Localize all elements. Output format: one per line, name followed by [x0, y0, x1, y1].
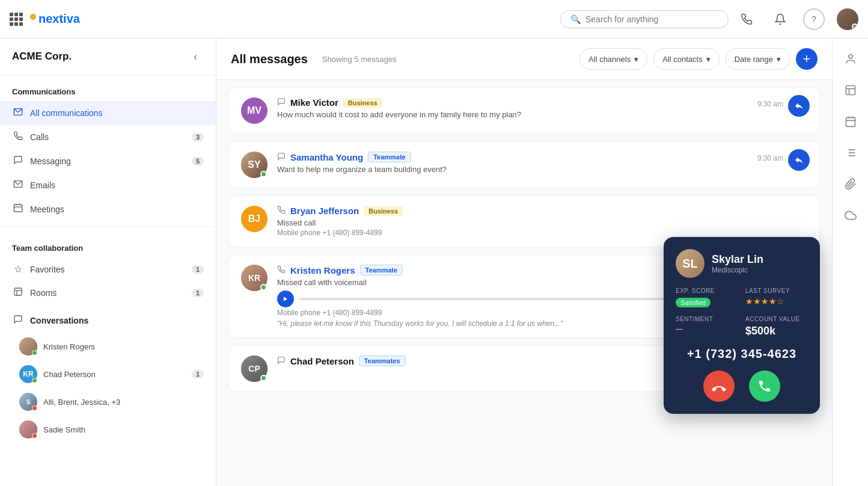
- sentiment-value: —: [676, 325, 738, 333]
- paperclip-icon[interactable]: [840, 173, 861, 195]
- sidebar-conversations-header: Conversations: [0, 305, 216, 333]
- filter-channels-button[interactable]: All channels ▾: [579, 48, 647, 70]
- sidebar-item-meetings[interactable]: Meetings: [0, 197, 216, 221]
- convo-chad-peterson[interactable]: KR Chad Peterson 1: [0, 360, 216, 388]
- sidebar-item-calls[interactable]: Calls 3: [0, 125, 216, 149]
- filter-contacts-button[interactable]: All contacts ▾: [653, 48, 719, 70]
- message-subtext: Mobile phone +1 (480) 899-4899: [277, 229, 807, 237]
- bell-icon[interactable]: [769, 8, 791, 30]
- emails-icon: [12, 179, 24, 191]
- sidebar-item-messaging[interactable]: Messaging 5: [0, 149, 216, 173]
- sidebar-item-favorites[interactable]: ☆ Favorites 1: [0, 257, 216, 281]
- calendar-icon[interactable]: [840, 111, 861, 132]
- messaging-icon: [12, 155, 24, 167]
- favorites-icon: ☆: [12, 263, 24, 275]
- convo-avatar-alli: S: [19, 393, 37, 411]
- call-stats2: SENTIMENT — ACCOUNT VALUE $500k: [676, 316, 808, 337]
- exp-score-label: EXP. SCORE: [676, 288, 738, 294]
- avatar: MV: [241, 97, 267, 124]
- message-time: 9:30 am: [757, 154, 783, 162]
- all-comms-label: All communications: [30, 108, 204, 118]
- message-text: Missed call: [277, 218, 807, 227]
- convo-badge-chad: 1: [192, 370, 204, 378]
- convo-avatar-sadie: [19, 420, 37, 438]
- reply-button[interactable]: [788, 95, 810, 117]
- call-stats: EXP. SCORE Satisfied LAST SURVEY ★★★★☆: [676, 288, 808, 307]
- main-header: All messages Showing 5 messages All chan…: [216, 38, 832, 80]
- emails-label: Emails: [30, 180, 204, 190]
- all-comms-icon: [12, 107, 24, 119]
- message-tag: Business: [343, 98, 382, 108]
- svg-rect-2: [14, 205, 22, 212]
- add-button[interactable]: +: [796, 48, 818, 70]
- convo-sadie-smith[interactable]: Sadie Smith: [0, 416, 216, 443]
- list-icon[interactable]: [840, 142, 861, 164]
- conversations-icon: [12, 315, 24, 327]
- sidebar: ACME Corp. ‹ Communications All communic…: [0, 38, 216, 486]
- rooms-label: Rooms: [30, 288, 186, 298]
- search-input[interactable]: [585, 14, 718, 24]
- calls-label: Calls: [30, 132, 186, 142]
- rooms-icon: [12, 287, 24, 299]
- call-avatar: SL: [676, 249, 704, 278]
- account-value-label: ACCOUNT VALUE: [745, 316, 808, 322]
- call-card-header: SL Skylar Lin Mediscopic: [676, 249, 808, 278]
- avatar: KR: [241, 265, 267, 291]
- message-text: Want to help me organize a team building…: [277, 165, 807, 174]
- rooms-badge: 1: [192, 289, 204, 297]
- exp-score-box: EXP. SCORE Satisfied: [676, 288, 738, 307]
- phone-icon[interactable]: [736, 8, 757, 30]
- accept-call-button[interactable]: [749, 371, 780, 402]
- showing-count: Showing 5 messages: [322, 55, 397, 64]
- play-button[interactable]: [277, 291, 294, 307]
- sentiment-label: SENTIMENT: [676, 316, 738, 322]
- chevron-down-icon: ▾: [634, 55, 638, 64]
- section-divider: [0, 226, 216, 227]
- chat-icon: [277, 356, 286, 366]
- call-contact-info: Skylar Lin Mediscopic: [712, 253, 763, 274]
- sender-name: Bryan Jefferson: [290, 206, 359, 216]
- msg-body: Mike Victor Business How much would it c…: [277, 97, 807, 119]
- convo-alli-brent[interactable]: S Alli, Brent, Jessica, +3: [0, 388, 216, 416]
- collapse-button[interactable]: ‹: [187, 48, 204, 65]
- right-panel: [832, 38, 868, 486]
- convo-name-chad: Chad Peterson: [43, 370, 186, 379]
- team-collab-label: Team collaboration: [0, 232, 216, 257]
- sidebar-item-emails[interactable]: Emails: [0, 173, 216, 197]
- building-icon[interactable]: [840, 79, 861, 101]
- sidebar-item-rooms[interactable]: Rooms 1: [0, 281, 216, 305]
- call-actions: [676, 371, 808, 402]
- nav-icons: ?: [736, 8, 858, 30]
- svg-rect-11: [846, 86, 855, 95]
- contact-icon[interactable]: [840, 48, 861, 70]
- call-card: SL Skylar Lin Mediscopic EXP. SCORE Sati…: [664, 237, 820, 414]
- chat-icon: [277, 97, 286, 108]
- chevron-down-icon: ▾: [777, 55, 781, 64]
- reply-button[interactable]: [788, 149, 810, 171]
- calls-badge: 3: [192, 133, 204, 141]
- user-avatar[interactable]: [837, 8, 858, 30]
- call-phone-number: +1 (732) 345-4623: [676, 347, 808, 361]
- avatar: CP: [241, 355, 267, 382]
- search-bar[interactable]: 🔍: [560, 10, 729, 28]
- help-icon[interactable]: ?: [803, 8, 825, 30]
- sidebar-item-all-communications[interactable]: All communications: [0, 101, 216, 125]
- convo-kristen-rogers[interactable]: Kristen Rogers: [0, 333, 216, 360]
- cloud-icon[interactable]: [840, 205, 861, 226]
- sentiment-box: SENTIMENT —: [676, 316, 738, 337]
- message-tag: Teammate: [360, 265, 403, 275]
- msg-body: Samantha Young Teammate Want to help me …: [277, 152, 807, 174]
- table-row[interactable]: MV Mike Victor Business How much would i…: [228, 87, 820, 134]
- sidebar-header: ACME Corp. ‹: [0, 38, 216, 75]
- search-icon: 🔍: [570, 14, 581, 24]
- filter-date-button[interactable]: Date range ▾: [726, 48, 790, 70]
- table-row[interactable]: SY Samantha Young Teammate Want to help …: [228, 141, 820, 188]
- message-tag: Teammate: [368, 152, 411, 162]
- grid-icon[interactable]: [10, 13, 23, 26]
- top-nav: nextiva 🔍 ?: [0, 0, 868, 38]
- end-call-button[interactable]: [703, 371, 735, 402]
- message-time: 9:30 am: [757, 100, 783, 108]
- chevron-down-icon: ▾: [706, 55, 711, 64]
- logo[interactable]: nextiva: [30, 12, 80, 26]
- favorites-badge: 1: [192, 265, 204, 274]
